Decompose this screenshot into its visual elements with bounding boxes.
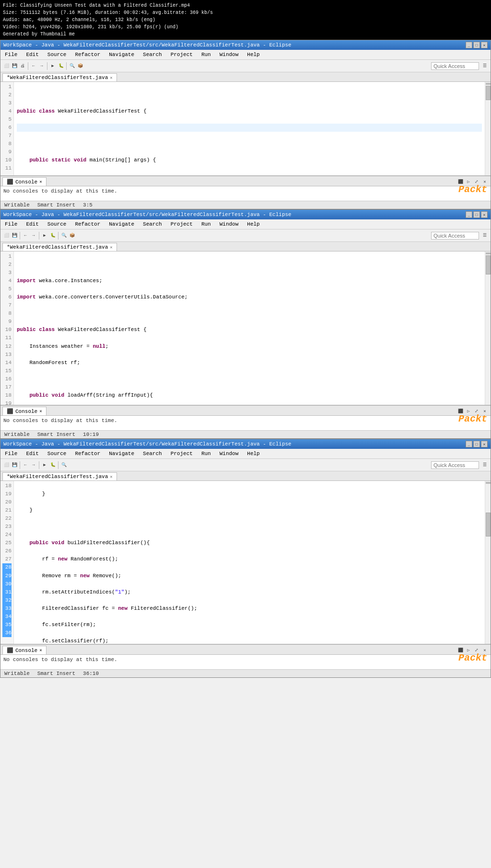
menu-file-3[interactable]: File xyxy=(2,450,20,457)
menu-refactor-1[interactable]: Refactor xyxy=(72,51,103,58)
quick-access-input-1[interactable] xyxy=(431,62,479,70)
menu-project-3[interactable]: Project xyxy=(168,450,195,457)
tb2-debug[interactable]: 🐛 xyxy=(49,232,57,240)
menu-window-2[interactable]: Window xyxy=(217,220,241,228)
panel-icon-2[interactable]: ▷ xyxy=(465,178,472,185)
tb3-search[interactable]: 🔍 xyxy=(60,461,68,469)
console-tab-close-2[interactable]: ✕ xyxy=(39,409,42,414)
perspectives-btn-2[interactable]: ☰ xyxy=(481,232,489,240)
menu-window-3[interactable]: Window xyxy=(217,450,241,457)
panel3-icon-1[interactable]: ⬛ xyxy=(456,646,464,654)
menu-refactor-2[interactable]: Refactor xyxy=(72,220,103,228)
toolbar-pkg-btn[interactable]: 📦 xyxy=(76,62,84,70)
tab-close-1[interactable]: ✕ xyxy=(110,75,112,80)
tb2-fwd[interactable]: → xyxy=(30,232,37,240)
close-btn-1[interactable]: ✕ xyxy=(481,42,488,48)
restore-btn-2[interactable]: □ xyxy=(473,211,480,218)
menu-file-1[interactable]: File xyxy=(2,51,20,58)
toolbar-search-btn[interactable]: 🔍 xyxy=(68,62,76,70)
panel3-icon-4[interactable]: ✕ xyxy=(481,646,489,654)
close-btn-2[interactable]: ✕ xyxy=(481,211,488,218)
tb2-save[interactable]: 💾 xyxy=(11,232,18,240)
quick-access-input-2[interactable] xyxy=(431,232,479,240)
scrollbar-v-2[interactable] xyxy=(485,251,491,405)
toolbar-back-btn[interactable]: ← xyxy=(30,62,37,70)
panel2-icon-3[interactable]: ⤢ xyxy=(473,407,480,415)
tb2-back[interactable]: ← xyxy=(22,232,29,240)
editor-tab-3[interactable]: *WekaFilteredClassifierTest.java ✕ xyxy=(2,472,117,480)
console-tab-close-1[interactable]: ✕ xyxy=(39,179,42,184)
menu-window-1[interactable]: Window xyxy=(217,51,241,58)
toolbar-fwd-btn[interactable]: → xyxy=(38,62,46,70)
menu-edit-2[interactable]: Edit xyxy=(23,220,41,228)
menu-run-2[interactable]: Run xyxy=(199,220,213,228)
menu-search-1[interactable]: Search xyxy=(140,51,164,58)
tab-close-3[interactable]: ✕ xyxy=(110,474,112,480)
menu-edit-1[interactable]: Edit xyxy=(23,51,41,58)
menu-project-1[interactable]: Project xyxy=(168,51,195,58)
menu-file-2[interactable]: File xyxy=(2,220,20,228)
menu-source-1[interactable]: Source xyxy=(45,51,69,58)
panel3-icon-3[interactable]: ⤢ xyxy=(473,646,480,654)
tb3-run[interactable]: ▶ xyxy=(41,461,48,469)
console-tab-3[interactable]: ⬛ Console ✕ xyxy=(2,646,47,654)
tb3-back[interactable]: ← xyxy=(22,461,29,469)
menu-run-3[interactable]: Run xyxy=(199,450,213,457)
menu-source-2[interactable]: Source xyxy=(45,220,69,228)
tb3-fwd[interactable]: → xyxy=(30,461,37,469)
panel2-icon-1[interactable]: ⬛ xyxy=(456,407,464,415)
restore-btn-1[interactable]: □ xyxy=(473,42,480,48)
menu-run-1[interactable]: Run xyxy=(199,51,213,58)
close-btn-3[interactable]: ✕ xyxy=(481,441,488,447)
toolbar-save-btn[interactable]: 💾 xyxy=(11,62,18,70)
console-tab-2[interactable]: ⬛ Console ✕ xyxy=(2,407,47,415)
console-tab-close-3[interactable]: ✕ xyxy=(39,648,42,653)
editor-tab-1[interactable]: *WekaFilteredClassifierTest.java ✕ xyxy=(2,73,117,81)
minimize-btn-2[interactable]: _ xyxy=(466,211,472,218)
menu-project-2[interactable]: Project xyxy=(168,220,195,228)
tb2-search[interactable]: 🔍 xyxy=(60,232,68,240)
menu-navigate-3[interactable]: Navigate xyxy=(106,450,137,457)
code-content-1[interactable]: public class WekaFilteredClassifierTest … xyxy=(14,82,485,175)
scrollbar-v-3[interactable] xyxy=(485,481,491,644)
tb2-run[interactable]: ▶ xyxy=(41,232,48,240)
perspectives-btn-1[interactable]: ☰ xyxy=(481,62,489,70)
code-content-2[interactable]: import weka.core.Instances; import weka.… xyxy=(14,251,485,405)
perspectives-btn-3[interactable]: ☰ xyxy=(481,461,489,469)
tb3-save[interactable]: 💾 xyxy=(11,461,18,469)
console-tab-1[interactable]: ⬛ Console ✕ xyxy=(2,177,47,186)
menu-navigate-1[interactable]: Navigate xyxy=(106,51,137,58)
tb2-new[interactable]: ⬜ xyxy=(2,232,10,240)
toolbar-run-btn[interactable]: ▶ xyxy=(49,62,57,70)
minimize-btn-3[interactable]: _ xyxy=(466,441,472,447)
panel-icon-3[interactable]: ⤢ xyxy=(473,178,480,185)
tb3-new[interactable]: ⬜ xyxy=(2,461,10,469)
panel2-icon-2[interactable]: ▷ xyxy=(465,407,472,415)
panel-icon-4[interactable]: ✕ xyxy=(481,178,489,185)
menu-source-3[interactable]: Source xyxy=(45,450,69,457)
quick-access-input-3[interactable] xyxy=(431,461,479,469)
toolbar-debug-btn[interactable]: 🐛 xyxy=(57,62,65,70)
toolbar-print-btn[interactable]: 🖨 xyxy=(19,62,26,70)
menubar-1: File Edit Source Refactor Navigate Searc… xyxy=(0,50,491,60)
menu-help-3[interactable]: Help xyxy=(245,450,262,457)
tab-close-2[interactable]: ✕ xyxy=(110,245,112,250)
minimize-btn-1[interactable]: _ xyxy=(466,42,472,48)
menu-search-3[interactable]: Search xyxy=(140,450,164,457)
menu-help-1[interactable]: Help xyxy=(245,51,262,58)
code-content-3[interactable]: } } public void buildFilteredClassifier(… xyxy=(14,481,485,644)
tb2-pkg[interactable]: 📦 xyxy=(68,232,76,240)
menu-edit-3[interactable]: Edit xyxy=(23,450,41,457)
scrollbar-v-1[interactable] xyxy=(485,82,491,175)
menu-navigate-2[interactable]: Navigate xyxy=(106,220,137,228)
editor-tab-2[interactable]: *WekaFilteredClassifierTest.java ✕ xyxy=(2,243,117,251)
tb3-debug[interactable]: 🐛 xyxy=(49,461,57,469)
menu-search-2[interactable]: Search xyxy=(140,220,164,228)
toolbar-new-btn[interactable]: ⬜ xyxy=(2,62,10,70)
panel3-icon-2[interactable]: ▷ xyxy=(465,646,472,654)
panel2-icon-4[interactable]: ✕ xyxy=(481,407,489,415)
restore-btn-3[interactable]: □ xyxy=(473,441,480,447)
menu-refactor-3[interactable]: Refactor xyxy=(72,450,103,457)
panel-icon-1[interactable]: ⬛ xyxy=(456,178,464,185)
menu-help-2[interactable]: Help xyxy=(245,220,262,228)
